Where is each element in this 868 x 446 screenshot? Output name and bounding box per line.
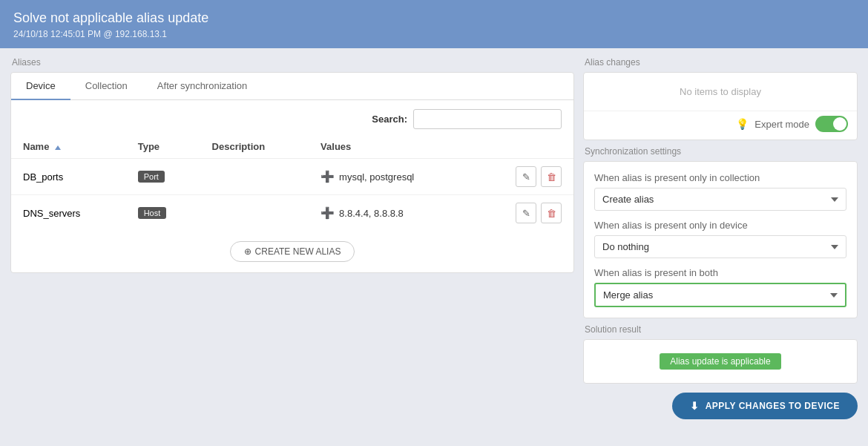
- sort-arrow-name: [55, 145, 61, 150]
- cell-description: [200, 195, 309, 232]
- col-description: Description: [200, 135, 309, 159]
- sync-settings-box: When alias is present only in collection…: [583, 161, 858, 318]
- sync-settings-label: Synchronization settings: [583, 146, 858, 157]
- edit-button[interactable]: ✎: [516, 166, 536, 187]
- plus-circle-icon: ⊕: [244, 246, 251, 257]
- col-values: Values: [309, 135, 475, 159]
- header-title: Solve not applicable alias update: [13, 10, 855, 26]
- no-items-text: No items to display: [584, 73, 857, 111]
- cell-description: [200, 159, 309, 195]
- app-container: Solve not applicable alias update 24/10/…: [0, 0, 868, 446]
- solution-result-box: Alias update is applicable: [583, 339, 858, 384]
- applicable-badge: Alias update is applicable: [660, 353, 780, 370]
- tab-collection[interactable]: Collection: [70, 73, 142, 100]
- apply-btn-row: ⬇ APPLY CHANGES TO DEVICE: [583, 390, 858, 419]
- aliases-section-label: Aliases: [10, 57, 574, 68]
- cell-name: DB_ports: [11, 159, 126, 195]
- sync-item: When alias is present in both Merge alia…: [594, 267, 846, 307]
- alias-table: Name Type Description Values DB_ports Po…: [11, 135, 573, 231]
- sync-question-0: When alias is present only in collection: [594, 172, 846, 183]
- solution-result-label: Solution result: [583, 324, 858, 335]
- expert-mode-toggle[interactable]: [815, 116, 848, 132]
- type-badge: Port: [138, 171, 165, 183]
- create-alias-button[interactable]: ⊕ CREATE NEW ALIAS: [230, 241, 355, 262]
- delete-button[interactable]: 🗑: [541, 203, 562, 223]
- bulb-icon: 💡: [736, 118, 749, 130]
- tab-device[interactable]: Device: [11, 73, 70, 100]
- toggle-slider: [815, 116, 848, 132]
- header: Solve not applicable alias update 24/10/…: [0, 0, 868, 48]
- aliases-panel: Device Collection After synchronization …: [10, 72, 574, 273]
- edit-button[interactable]: ✎: [516, 203, 536, 223]
- table-row: DNS_servers Host ➕ 8.8.4.4, 8.8.8.8 ✎ 🗑: [11, 195, 573, 232]
- sync-select-1[interactable]: Do nothingCreate aliasDelete alias: [594, 235, 846, 258]
- sync-item: When alias is present only in collection…: [594, 172, 846, 211]
- sync-select-0[interactable]: Create aliasDo nothingDelete alias: [594, 188, 846, 211]
- sync-select-2[interactable]: Merge aliasUse collectionUse device: [594, 283, 846, 307]
- sync-question-2: When alias is present in both: [594, 267, 846, 278]
- col-actions: [475, 135, 573, 159]
- search-label: Search:: [372, 114, 407, 125]
- col-type: Type: [126, 135, 200, 159]
- col-name[interactable]: Name: [11, 135, 126, 159]
- create-alias-row: ⊕ CREATE NEW ALIAS: [11, 231, 573, 272]
- search-row: Search:: [11, 100, 573, 135]
- create-alias-label: CREATE NEW ALIAS: [255, 246, 341, 257]
- values-text: 8.8.4.4, 8.8.8.8: [339, 208, 404, 219]
- expert-mode-row: 💡 Expert mode: [584, 111, 857, 140]
- cell-name: DNS_servers: [11, 195, 126, 232]
- left-panel: Aliases Device Collection After synchron…: [10, 57, 574, 419]
- right-panel: Alias changes No items to display 💡 Expe…: [583, 57, 858, 419]
- cell-values: ➕ 8.8.4.4, 8.8.8.8: [309, 195, 475, 232]
- tab-after-synchronization[interactable]: After synchronization: [142, 73, 262, 100]
- download-icon: ⬇: [690, 400, 700, 412]
- values-text: mysql, postgresql: [339, 171, 414, 183]
- apply-btn-label: APPLY CHANGES TO DEVICE: [706, 401, 840, 411]
- alias-changes-box: No items to display 💡 Expert mode: [583, 72, 858, 140]
- delete-button[interactable]: 🗑: [541, 166, 562, 187]
- cell-actions: ✎ 🗑: [475, 195, 573, 232]
- apply-changes-button[interactable]: ⬇ APPLY CHANGES TO DEVICE: [672, 393, 858, 419]
- aliases-tabs: Device Collection After synchronization: [11, 73, 573, 100]
- sync-question-1: When alias is present only in device: [594, 220, 846, 231]
- search-input[interactable]: [413, 109, 562, 129]
- add-value-icon[interactable]: ➕: [320, 206, 335, 220]
- header-subtitle: 24/10/18 12:45:01 PM @ 192.168.13.1: [13, 29, 855, 39]
- alias-changes-label: Alias changes: [583, 57, 858, 68]
- cell-type: Port: [126, 159, 200, 195]
- sync-item: When alias is present only in device Do …: [594, 220, 846, 258]
- cell-actions: ✎ 🗑: [475, 159, 573, 195]
- cell-type: Host: [126, 195, 200, 232]
- table-row: DB_ports Port ➕ mysql, postgresql ✎ 🗑: [11, 159, 573, 195]
- add-value-icon[interactable]: ➕: [320, 170, 335, 183]
- expert-mode-label: Expert mode: [754, 119, 809, 130]
- cell-values: ➕ mysql, postgresql: [309, 159, 475, 195]
- main-content: Aliases Device Collection After synchron…: [0, 48, 868, 428]
- type-badge: Host: [138, 207, 167, 219]
